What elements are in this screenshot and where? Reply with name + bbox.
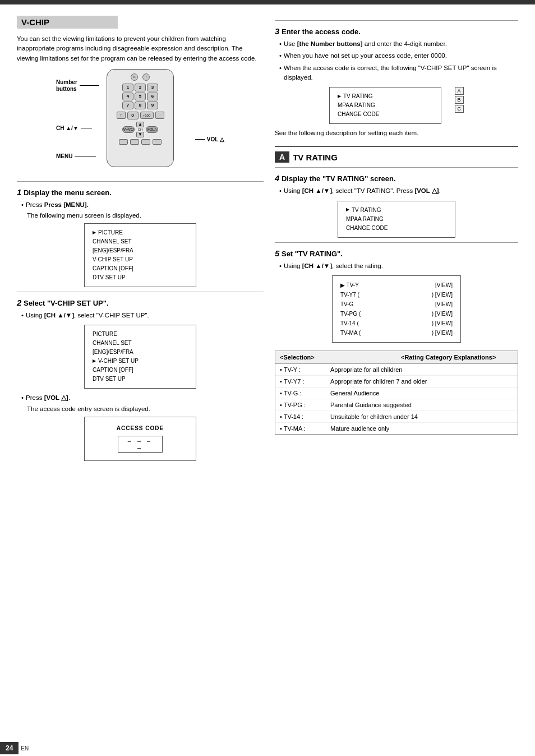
col2-header: <Rating Category Explanations> (396, 351, 518, 363)
side-label-c: C (455, 105, 464, 113)
table-row: • TV-Y : Appropriate for all children (275, 364, 518, 376)
menu-box-2: PICTURE CHANNEL SET [ENG]/ESP/FRA ▶ V-CH… (84, 325, 196, 389)
side-label-b: B (455, 96, 464, 104)
step2-header: 2 Select "V-CHIP SET UP". (17, 298, 264, 307)
step5-bullet1: • Using [CH ▲/▼], select the rating. (279, 261, 518, 271)
selection-tvpg: • TV-PG : (275, 399, 326, 411)
page-content: V-CHIP You can set the viewing limitatio… (0, 4, 535, 477)
side-label-a: A (455, 87, 464, 95)
step3-bullet2: • When you have not set up your access c… (279, 51, 518, 61)
divider-4 (275, 167, 518, 168)
right-column: 3 Enter the access code. • Use [the Numb… (275, 16, 518, 465)
explanation-tvma: Mature audience only (326, 423, 518, 434)
selection-tvg: • TV-G : (275, 388, 326, 399)
step2-bullet2: • Press [VOL △]. (21, 393, 264, 403)
explanation-tvy7: Appropriate for children 7 and older (326, 376, 518, 387)
step4-header: 4 Display the "TV RATING" screen. (275, 173, 518, 183)
vchip-side-labels: A B C (455, 87, 464, 113)
vol-label: VOL △ (207, 136, 224, 142)
step3-header: 3 Enter the access code. (275, 26, 518, 36)
number-buttons-label: Numberbuttons (56, 79, 77, 93)
ch-label: CH ▲/▼ (56, 125, 79, 131)
bottom-bar: 24 EN (0, 740, 535, 756)
divider-5 (275, 242, 518, 243)
step3-bullet3: • When the access code is correct, the f… (279, 63, 518, 83)
selection-tvma: • TV-MA : (275, 423, 326, 434)
step1-sub: The following menu screen is displayed. (27, 212, 264, 219)
explanation-tv14: Unsuitable for children under 14 (326, 411, 518, 422)
access-code-box: ACCESS CODE – – – – (84, 417, 196, 461)
tv-rating-section-header: A TV RATING (275, 146, 518, 163)
access-code-label: ACCESS CODE (96, 425, 185, 431)
divider-3 (275, 20, 518, 21)
step1-bullet1: • Press Press [MENU]. (21, 200, 264, 210)
remote-diagram: A I 1 2 3 4 5 6 7 8 9 (17, 69, 264, 173)
step3-after-text: See the following description for settin… (275, 128, 518, 138)
step2-bullet1: • Using [CH ▲/▼], select "V-CHIP SET UP"… (21, 311, 264, 320)
explanation-tvg: General Audience (326, 388, 518, 399)
menu-box-1: ▶ PICTURE CHANNEL SET [ENG]/ESP/FRA V-CH… (84, 223, 196, 287)
step5-header: 5 Set "TV RATING". (275, 248, 518, 258)
top-bar (0, 0, 535, 4)
page-lang: EN (21, 745, 29, 752)
table-header-row: <Selection> <Rating Category Explanation… (275, 351, 518, 364)
page-number: 24 (0, 742, 19, 754)
divider-1 (17, 181, 264, 182)
left-column: V-CHIP You can set the viewing limitatio… (17, 16, 264, 465)
vchip-menu-container: ▶ TV RATING MPAA RATING CHANGE CODE A B … (329, 87, 464, 124)
tv-rating-menu-box: ▶ TV RATING MPAA RATING CHANGE CODE (338, 201, 455, 238)
access-code-field: – – – – (118, 436, 163, 453)
explanation-tvy: Appropriate for all children (326, 364, 518, 375)
vchip-section-title: V-CHIP (17, 16, 118, 29)
explanation-tvpg: Parental Guidance suggested (326, 399, 518, 411)
selection-tv14: • TV-14 : (275, 411, 326, 422)
step4-bullet1: • Using [CH ▲/▼], select "TV RATING". Pr… (279, 186, 518, 196)
rating-table: <Selection> <Rating Category Explanation… (275, 351, 518, 435)
col1-header: <Selection> (275, 351, 396, 363)
table-body: • TV-Y : Appropriate for all children • … (275, 364, 518, 434)
step2-sub: The access code entry screen is displaye… (27, 405, 264, 412)
selection-tvy: • TV-Y : (275, 364, 326, 375)
divider-2 (17, 292, 264, 292)
step1-header: 1 Display the menu screen. (17, 187, 264, 197)
tv-rating-values-box: ▶ TV-Y[VIEW] TV-Y7 () [VIEW] TV-G[VIEW] … (332, 275, 461, 343)
table-row: • TV-G : General Audience (275, 388, 518, 399)
table-row: • TV-MA : Mature audience only (275, 423, 518, 434)
tv-rating-title: TV RATING (293, 153, 338, 162)
step3-bullet1: • Use [the Number buttons] and enter the… (279, 39, 518, 49)
menu-label: MENU (56, 153, 72, 159)
table-row: • TV-PG : Parental Guidance suggested (275, 399, 518, 411)
vchip-intro: You can set the viewing limitations to p… (17, 34, 264, 63)
section-a-badge: A (275, 151, 289, 163)
table-row: • TV-Y7 : Appropriate for children 7 and… (275, 376, 518, 388)
selection-tvy7: • TV-Y7 : (275, 376, 326, 387)
table-row: • TV-14 : Unsuitable for children under … (275, 411, 518, 423)
vchip-menu-box: ▶ TV RATING MPAA RATING CHANGE CODE (329, 87, 441, 124)
